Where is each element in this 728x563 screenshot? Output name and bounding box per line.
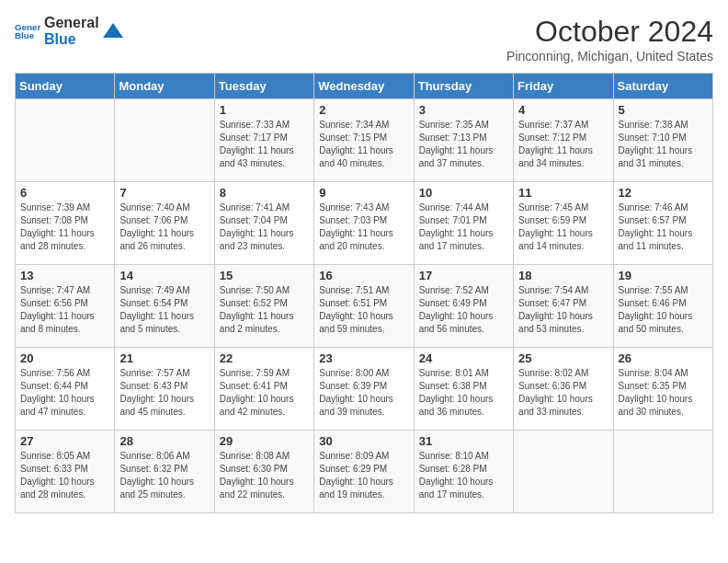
day-number: 25 (518, 351, 608, 365)
calendar-cell (16, 99, 115, 182)
day-info: Sunrise: 7:39 AM Sunset: 7:08 PM Dayligh… (20, 201, 109, 253)
day-info: Sunrise: 7:38 AM Sunset: 7:10 PM Dayligh… (619, 119, 708, 170)
calendar-cell: 8Sunrise: 7:41 AM Sunset: 7:04 PM Daylig… (214, 182, 313, 265)
day-number: 11 (518, 186, 608, 200)
day-info: Sunrise: 7:49 AM Sunset: 6:54 PM Dayligh… (119, 284, 209, 336)
calendar-cell: 22Sunrise: 7:59 AM Sunset: 6:41 PM Dayli… (214, 348, 313, 431)
calendar-cell (115, 99, 214, 182)
weekday-header-saturday: Saturday (613, 74, 712, 99)
day-number: 15 (220, 269, 309, 282)
calendar-cell: 26Sunrise: 8:04 AM Sunset: 6:35 PM Dayli… (613, 348, 712, 431)
calendar-table: SundayMondayTuesdayWednesdayThursdayFrid… (15, 73, 713, 513)
week-row-5: 27Sunrise: 8:05 AM Sunset: 6:33 PM Dayli… (16, 431, 713, 513)
calendar-cell: 24Sunrise: 8:01 AM Sunset: 6:38 PM Dayli… (414, 348, 513, 431)
weekday-header-monday: Monday (115, 74, 214, 99)
day-info: Sunrise: 8:04 AM Sunset: 6:35 PM Dayligh… (619, 367, 708, 419)
day-info: Sunrise: 7:35 AM Sunset: 7:13 PM Dayligh… (419, 119, 508, 170)
calendar-cell: 7Sunrise: 7:40 AM Sunset: 7:06 PM Daylig… (115, 182, 214, 265)
calendar-cell: 13Sunrise: 7:47 AM Sunset: 6:56 PM Dayli… (16, 265, 115, 348)
calendar-cell: 17Sunrise: 7:52 AM Sunset: 6:49 PM Dayli… (414, 265, 513, 348)
day-number: 21 (119, 351, 209, 365)
calendar-cell: 12Sunrise: 7:46 AM Sunset: 6:57 PM Dayli… (613, 182, 712, 265)
day-info: Sunrise: 7:41 AM Sunset: 7:04 PM Dayligh… (220, 201, 309, 253)
calendar-cell: 2Sunrise: 7:34 AM Sunset: 7:15 PM Daylig… (314, 99, 414, 182)
day-number: 31 (419, 434, 508, 448)
day-number: 22 (220, 351, 309, 365)
page-header: General Blue General Blue October 2024 P… (15, 15, 713, 63)
day-number: 3 (419, 103, 508, 117)
calendar-cell: 9Sunrise: 7:43 AM Sunset: 7:03 PM Daylig… (314, 182, 414, 265)
day-info: Sunrise: 7:57 AM Sunset: 6:43 PM Dayligh… (119, 367, 209, 419)
calendar-cell: 19Sunrise: 7:55 AM Sunset: 6:46 PM Dayli… (613, 265, 712, 348)
day-number: 24 (419, 351, 508, 365)
weekday-header-sunday: Sunday (16, 74, 115, 99)
logo-line2: Blue (44, 31, 99, 48)
day-info: Sunrise: 7:46 AM Sunset: 6:57 PM Dayligh… (619, 201, 708, 253)
day-info: Sunrise: 7:52 AM Sunset: 6:49 PM Dayligh… (419, 284, 508, 336)
day-number: 10 (419, 186, 508, 200)
day-number: 17 (419, 269, 508, 282)
calendar-cell: 31Sunrise: 8:10 AM Sunset: 6:28 PM Dayli… (414, 431, 513, 513)
title-block: October 2024 Pinconning, Michigan, Unite… (506, 15, 713, 63)
svg-marker-2 (103, 23, 123, 38)
day-info: Sunrise: 7:33 AM Sunset: 7:17 PM Dayligh… (220, 119, 309, 170)
week-row-2: 6Sunrise: 7:39 AM Sunset: 7:08 PM Daylig… (16, 182, 713, 265)
logo-icon: General Blue (15, 18, 40, 44)
day-number: 6 (20, 186, 109, 200)
week-row-4: 20Sunrise: 7:56 AM Sunset: 6:44 PM Dayli… (16, 348, 713, 431)
weekday-header-row: SundayMondayTuesdayWednesdayThursdayFrid… (16, 74, 713, 99)
calendar-cell: 25Sunrise: 8:02 AM Sunset: 6:36 PM Dayli… (514, 348, 613, 431)
calendar-cell: 29Sunrise: 8:08 AM Sunset: 6:30 PM Dayli… (214, 431, 313, 513)
calendar-cell: 14Sunrise: 7:49 AM Sunset: 6:54 PM Dayli… (115, 265, 214, 348)
day-info: Sunrise: 7:44 AM Sunset: 7:01 PM Dayligh… (419, 201, 508, 253)
day-number: 18 (518, 269, 608, 282)
day-info: Sunrise: 7:50 AM Sunset: 6:52 PM Dayligh… (220, 284, 309, 336)
svg-text:Blue: Blue (15, 31, 35, 41)
logo-line1: General (44, 15, 99, 31)
day-number: 29 (220, 434, 309, 448)
day-info: Sunrise: 8:00 AM Sunset: 6:39 PM Dayligh… (319, 367, 408, 419)
day-info: Sunrise: 8:05 AM Sunset: 6:33 PM Dayligh… (20, 450, 109, 501)
day-info: Sunrise: 7:54 AM Sunset: 6:47 PM Dayligh… (518, 284, 608, 336)
calendar-cell (613, 431, 712, 513)
logo: General Blue General Blue (15, 15, 123, 49)
day-number: 8 (220, 186, 309, 200)
day-number: 26 (619, 351, 708, 365)
day-info: Sunrise: 7:40 AM Sunset: 7:06 PM Dayligh… (119, 201, 209, 253)
calendar-cell: 27Sunrise: 8:05 AM Sunset: 6:33 PM Dayli… (16, 431, 115, 513)
calendar-body: 1Sunrise: 7:33 AM Sunset: 7:17 PM Daylig… (16, 99, 713, 513)
day-number: 27 (20, 434, 109, 448)
day-number: 4 (518, 103, 608, 117)
calendar-cell: 5Sunrise: 7:38 AM Sunset: 7:10 PM Daylig… (613, 99, 712, 182)
day-number: 1 (220, 103, 309, 117)
calendar-title: October 2024 (506, 15, 713, 49)
day-info: Sunrise: 7:56 AM Sunset: 6:44 PM Dayligh… (20, 367, 109, 419)
day-info: Sunrise: 8:02 AM Sunset: 6:36 PM Dayligh… (518, 367, 608, 419)
calendar-cell: 20Sunrise: 7:56 AM Sunset: 6:44 PM Dayli… (16, 348, 115, 431)
week-row-3: 13Sunrise: 7:47 AM Sunset: 6:56 PM Dayli… (16, 265, 713, 348)
day-info: Sunrise: 7:37 AM Sunset: 7:12 PM Dayligh… (518, 119, 608, 170)
weekday-header-thursday: Thursday (414, 74, 513, 99)
calendar-cell: 4Sunrise: 7:37 AM Sunset: 7:12 PM Daylig… (514, 99, 613, 182)
weekday-header-tuesday: Tuesday (214, 74, 313, 99)
calendar-cell: 23Sunrise: 8:00 AM Sunset: 6:39 PM Dayli… (314, 348, 414, 431)
day-info: Sunrise: 8:01 AM Sunset: 6:38 PM Dayligh… (419, 367, 508, 419)
weekday-header-wednesday: Wednesday (314, 74, 414, 99)
day-info: Sunrise: 7:59 AM Sunset: 6:41 PM Dayligh… (220, 367, 309, 419)
day-info: Sunrise: 7:51 AM Sunset: 6:51 PM Dayligh… (319, 284, 408, 336)
logo-triangle-icon (103, 21, 123, 41)
calendar-cell: 10Sunrise: 7:44 AM Sunset: 7:01 PM Dayli… (414, 182, 513, 265)
day-info: Sunrise: 8:10 AM Sunset: 6:28 PM Dayligh… (419, 450, 508, 501)
calendar-cell (514, 431, 613, 513)
day-number: 12 (619, 186, 708, 200)
weekday-header-friday: Friday (514, 74, 613, 99)
calendar-cell: 3Sunrise: 7:35 AM Sunset: 7:13 PM Daylig… (414, 99, 513, 182)
calendar-cell: 18Sunrise: 7:54 AM Sunset: 6:47 PM Dayli… (514, 265, 613, 348)
calendar-cell: 6Sunrise: 7:39 AM Sunset: 7:08 PM Daylig… (16, 182, 115, 265)
calendar-cell: 15Sunrise: 7:50 AM Sunset: 6:52 PM Dayli… (214, 265, 313, 348)
day-number: 30 (319, 434, 408, 448)
calendar-header: SundayMondayTuesdayWednesdayThursdayFrid… (16, 74, 713, 99)
day-info: Sunrise: 8:08 AM Sunset: 6:30 PM Dayligh… (220, 450, 309, 501)
day-number: 9 (319, 186, 408, 200)
week-row-1: 1Sunrise: 7:33 AM Sunset: 7:17 PM Daylig… (16, 99, 713, 182)
